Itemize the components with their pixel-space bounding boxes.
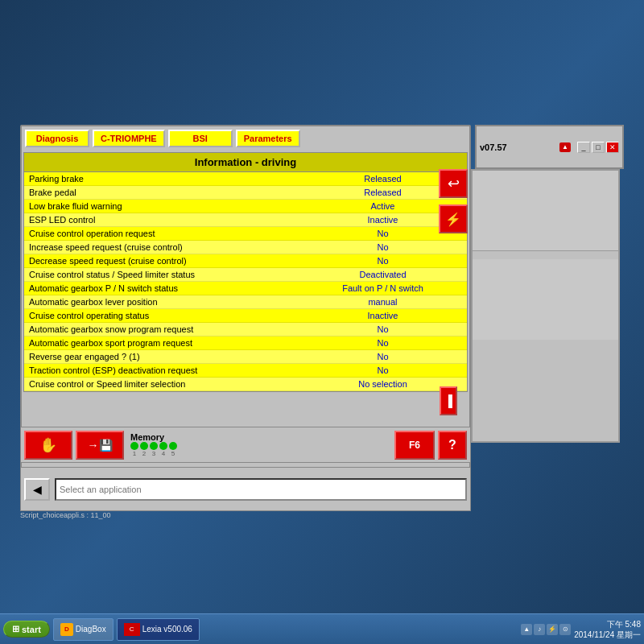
row-label: Brake pedal — [24, 186, 299, 200]
row-label: Reverse gear engaged ? (1) — [24, 350, 299, 364]
bottom-toolbar: ✋ →💾 Memory 1 2 3 — [20, 427, 471, 463]
table-row: Cruise control operating statusInactive — [24, 309, 467, 323]
menu-diagnosis[interactable]: Diagnosis — [25, 130, 89, 147]
right-panel-bottom — [473, 259, 618, 340]
version-area: v07.57 ▲ _ □ ✕ — [475, 125, 624, 169]
side-back-button[interactable]: ↩ — [439, 169, 468, 198]
app-select-input[interactable] — [55, 478, 467, 501]
app-select-area: ◀ — [20, 467, 471, 511]
row-label: ESP LED control — [24, 213, 299, 227]
taskbar-app-lexia[interactable]: C Lexia v500.06 — [117, 618, 200, 641]
dot-label-5: 5 — [171, 450, 175, 457]
table-row: Decrease speed request (cruise control)N… — [24, 254, 467, 268]
data-table: Parking brakeReleasedBrake pedalReleased… — [24, 172, 467, 391]
save-button[interactable]: →💾 — [76, 431, 124, 460]
menu-parameters[interactable]: Parameters — [236, 130, 300, 147]
row-value: No — [299, 336, 467, 350]
help-button[interactable]: ? — [438, 431, 467, 460]
row-label: Automatic gearbox P / N switch status — [24, 282, 299, 295]
row-value: No — [299, 364, 467, 378]
menu-bar: Diagnosis C-TRIOMPHE BSI Parameters — [22, 126, 469, 151]
side-warning-button[interactable]: ⚡ — [439, 204, 468, 233]
row-value: No — [299, 323, 467, 336]
start-button[interactable]: ⊞ start — [3, 621, 50, 638]
wifi-tray-icon: ⊙ — [559, 624, 571, 635]
windows-icon: ⊞ — [12, 624, 19, 634]
hand-icon: ✋ — [39, 436, 57, 454]
warning-icon: ⚡ — [445, 212, 461, 227]
memory-area: Memory 1 2 3 4 — [130, 432, 177, 457]
table-row: ESP LED controlInactive — [24, 213, 467, 227]
dot-label-1: 1 — [133, 450, 136, 457]
row-value: No — [299, 241, 467, 254]
row-label: Increase speed request (cruise control) — [24, 241, 299, 254]
desktop: Store No:115065 v07.57 ▲ _ □ ✕ Diagnosis… — [0, 0, 644, 644]
row-value: Fault on P / N switch — [299, 282, 467, 295]
memory-dot-1[interactable] — [130, 442, 138, 450]
content-area: Information - driving Parking brakeRelea… — [23, 152, 468, 392]
system-clock: 下午 5:48 2014/11/24 星期一 — [574, 619, 641, 640]
row-label: Automatic gearbox snow program request — [24, 323, 299, 336]
network-tray-icon: ▲ — [521, 624, 532, 635]
diagbox-label: DiagBox — [76, 625, 106, 634]
memory-dot-4[interactable] — [159, 442, 167, 450]
row-value: No — [299, 350, 467, 364]
table-row: Automatic gearbox snow program requestNo — [24, 323, 467, 336]
menu-ctriomphe[interactable]: C-TRIOMPHE — [93, 130, 165, 147]
maximize-button[interactable]: □ — [592, 142, 605, 153]
f6-button[interactable]: F6 — [394, 431, 435, 460]
table-row: Reverse gear engaged ? (1)No — [24, 350, 467, 364]
memory-dot-3[interactable] — [150, 442, 158, 450]
table-row: Parking brakeReleased — [24, 172, 467, 186]
table-row: Automatic gearbox sport program requestN… — [24, 336, 467, 350]
tray-icons: ▲ ♪ ⚡ ⊙ — [521, 624, 571, 635]
script-info: Script_choiceappli.s : 11_00 — [20, 511, 111, 519]
memory-label: Memory — [130, 432, 164, 442]
clock-date: 2014/11/24 星期一 — [574, 630, 641, 640]
signal-icon: ▲ — [559, 142, 571, 152]
back-arrow-icon: ◀ — [33, 483, 42, 496]
table-row: Automatic gearbox P / N switch statusFau… — [24, 282, 467, 295]
table-row: Cruise control or Speed limiter selectio… — [24, 378, 467, 391]
memory-dot-2[interactable] — [140, 442, 148, 450]
menu-bsi[interactable]: BSI — [168, 130, 233, 147]
row-value: Inactive — [299, 309, 467, 323]
row-label: Low brake fluid warning — [24, 200, 299, 213]
app-back-button[interactable]: ◀ — [24, 478, 50, 501]
clock-time: 下午 5:48 — [574, 619, 641, 630]
scroll-icon: ▐ — [444, 394, 452, 407]
system-tray: ▲ ♪ ⚡ ⊙ 下午 5:48 2014/11/24 星期一 — [521, 619, 641, 640]
volume-tray-icon: ♪ — [534, 624, 545, 635]
row-label: Cruise control status / Speed limiter st… — [24, 268, 299, 282]
side-panel: ↩ ⚡ — [439, 169, 471, 233]
row-value: manual — [299, 295, 467, 309]
save-icon: →💾 — [88, 439, 113, 452]
memory-dot-5[interactable] — [169, 442, 177, 450]
dot-label-4: 4 — [162, 450, 165, 457]
taskbar: ⊞ start D DiagBox C Lexia v500.06 ▲ ♪ ⚡ … — [0, 613, 644, 644]
battery-tray-icon: ⚡ — [547, 624, 558, 635]
row-label: Automatic gearbox sport program request — [24, 336, 299, 350]
row-label: Cruise control operating status — [24, 309, 299, 323]
diagbox-icon: D — [60, 623, 73, 636]
row-value: No — [299, 254, 467, 268]
table-row: Traction control (ESP) deactivation requ… — [24, 364, 467, 378]
minimize-button[interactable]: _ — [577, 142, 590, 153]
right-panel-top — [473, 171, 618, 251]
close-button[interactable]: ✕ — [606, 142, 619, 153]
lexia-label: Lexia v500.06 — [142, 625, 192, 634]
scroll-indicator[interactable]: ▐ — [440, 386, 457, 415]
version-text: v07.57 — [480, 142, 507, 152]
taskbar-app-diagbox[interactable]: D DiagBox — [53, 618, 114, 641]
dot-label-2: 2 — [142, 450, 146, 457]
stop-button[interactable]: ✋ — [24, 431, 72, 460]
back-icon: ↩ — [448, 175, 460, 192]
section-title: Information - driving — [24, 153, 467, 172]
table-row: Cruise control operation requestNo — [24, 227, 467, 241]
table-row: Brake pedalReleased — [24, 186, 467, 200]
table-row: Low brake fluid warningActive — [24, 200, 467, 213]
row-label: Decrease speed request (cruise control) — [24, 254, 299, 268]
citroen-icon: C — [124, 623, 140, 636]
table-row: Increase speed request (cruise control)N… — [24, 241, 467, 254]
f6-label: F6 — [409, 440, 420, 451]
